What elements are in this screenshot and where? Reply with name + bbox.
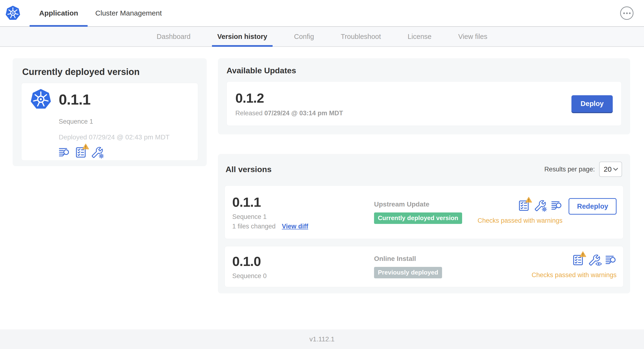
deploy-button[interactable]: Deploy: [572, 95, 613, 112]
status-badge: Previously deployed: [374, 267, 442, 278]
results-per-page-value: 20: [604, 165, 612, 173]
status-badge: Currently deployed version: [374, 212, 462, 224]
release-notes-icon[interactable]: [551, 200, 562, 211]
preflight-checks-icon[interactable]: [75, 147, 86, 158]
checks-status-text: Checks passed with warnings: [478, 217, 562, 224]
all-versions-title: All versions: [226, 165, 272, 174]
header-tab-cluster-management[interactable]: Cluster Management: [88, 0, 169, 26]
row-version-number: 0.1.0: [232, 254, 374, 269]
row-sequence: Sequence 1: [232, 213, 374, 220]
deployed-version-number: 0.1.1: [59, 91, 90, 108]
checks-status-text: Checks passed with warnings: [532, 272, 616, 279]
kubernetes-app-icon: [30, 88, 52, 110]
all-versions-card: All versions Results per page: 20 0.1.1 …: [218, 154, 630, 294]
app-subnav: Dashboard Version history Config Trouble…: [0, 27, 644, 47]
release-notes-icon[interactable]: [605, 254, 616, 266]
gear-icon: [98, 153, 104, 159]
edit-config-icon[interactable]: [535, 200, 546, 211]
edit-config-icon[interactable]: [92, 147, 103, 158]
app-header: Application Cluster Management: [0, 0, 644, 27]
tab-config[interactable]: Config: [281, 27, 328, 46]
gear-icon: [542, 206, 547, 212]
preflight-checks-icon[interactable]: [518, 200, 530, 211]
chevron-down-icon: [613, 168, 618, 171]
deployed-version-panel: 0.1.1 Sequence 1 Deployed 07/29/24 @ 02:…: [21, 83, 198, 161]
currently-deployed-card: Currently deployed version 0.1.1 Sequenc…: [13, 58, 207, 166]
overflow-menu-button[interactable]: [620, 6, 634, 20]
console-version: v1.112.1: [309, 336, 334, 343]
version-row: 0.1.1 Sequence 1 1 files changed View di…: [224, 186, 624, 239]
header-tab-label: Application: [39, 9, 78, 17]
update-row: 0.1.2 Released 07/29/24 @ 03:14 pm MDT D…: [226, 82, 622, 126]
warning-triangle-icon: [82, 144, 89, 150]
tab-view-files[interactable]: View files: [445, 27, 501, 46]
update-released-line: Released 07/29/24 @ 03:14 pm MDT: [235, 110, 343, 117]
view-diff-link[interactable]: View diff: [282, 223, 308, 230]
row-files-changed: 1 files changed: [232, 223, 276, 230]
eye-icon: [595, 262, 602, 266]
kubernetes-logo-icon: [5, 5, 20, 21]
tab-version-history[interactable]: Version history: [204, 27, 281, 46]
preflight-checks-icon[interactable]: [572, 254, 584, 266]
available-updates-card: Available Updates 0.1.2 Released 07/29/2…: [218, 58, 630, 134]
version-row: 0.1.0 Sequence 0 Online Install Previous…: [224, 246, 624, 287]
warning-triangle-icon: [580, 251, 586, 257]
row-source-label: Online Install: [374, 255, 532, 262]
header-tab-label: Cluster Management: [95, 9, 162, 17]
app-footer: v1.112.1: [0, 330, 644, 349]
header-tab-application[interactable]: Application: [30, 0, 88, 26]
view-config-icon[interactable]: [589, 254, 600, 266]
row-sequence: Sequence 0: [232, 272, 374, 280]
row-version-number: 0.1.1: [232, 194, 374, 210]
tab-dashboard[interactable]: Dashboard: [143, 27, 204, 46]
results-per-page-label: Results per page:: [544, 166, 595, 173]
redeploy-button[interactable]: Redeploy: [568, 198, 616, 214]
update-version-number: 0.1.2: [235, 90, 343, 106]
ellipsis-icon: [623, 12, 625, 14]
main-content: Currently deployed version 0.1.1 Sequenc…: [0, 47, 644, 294]
results-per-page-select[interactable]: 20: [599, 162, 622, 177]
release-notes-icon[interactable]: [59, 147, 70, 158]
available-updates-title: Available Updates: [226, 66, 622, 75]
update-released-date: 07/29/24 @ 03:14 pm MDT: [264, 110, 343, 117]
currently-deployed-title: Currently deployed version: [21, 66, 198, 77]
tab-license[interactable]: License: [394, 27, 445, 46]
warning-triangle-icon: [525, 197, 532, 203]
row-source-label: Upstream Update: [374, 200, 478, 208]
deployed-timestamp: Deployed 07/29/24 @ 02:43 pm MDT: [59, 134, 189, 141]
deployed-sequence: Sequence 1: [59, 118, 189, 125]
tab-troubleshoot[interactable]: Troubleshoot: [328, 27, 394, 46]
